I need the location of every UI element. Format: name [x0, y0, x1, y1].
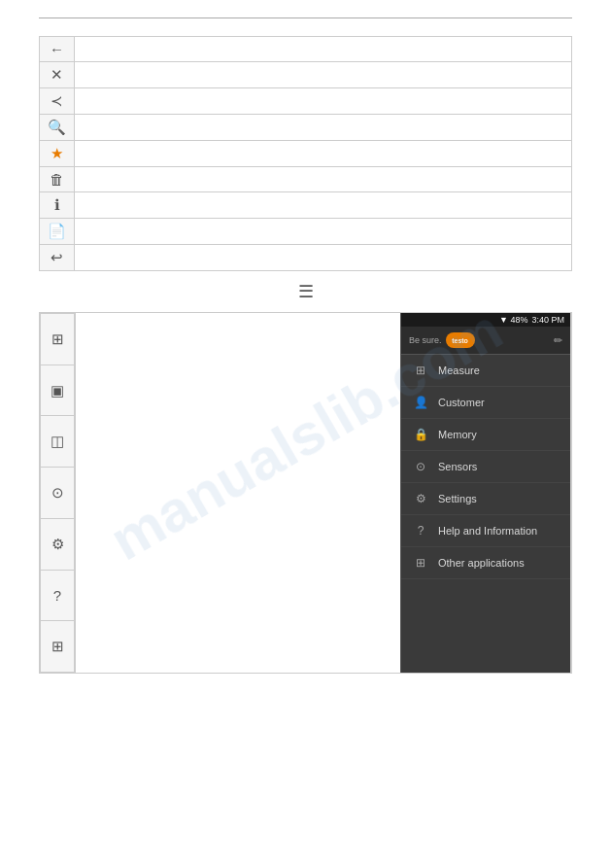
top-table-row: 📄	[40, 219, 572, 245]
phone-menu: ⊞ Measure 👤 Customer 🔒 Memory ⊙ Sensors …	[401, 355, 570, 579]
phone-menu-label-1: Customer	[438, 397, 485, 408]
phone-menu-icon-3: ⊙	[413, 460, 428, 473]
top-table-row: 🔍	[40, 115, 572, 141]
top-icon-0[interactable]: ←	[40, 37, 75, 62]
top-desc-2	[75, 88, 572, 115]
top-desc-1	[75, 62, 572, 88]
bottom-icon-row: ⊞	[41, 621, 75, 673]
top-icon-4[interactable]: ★	[40, 141, 75, 167]
top-icon-3[interactable]: 🔍	[40, 115, 75, 141]
phone-menu-item-4[interactable]: ⚙ Settings	[401, 483, 570, 515]
bottom-icon-row: ▣	[41, 365, 75, 416]
phone-menu-icon-2: 🔒	[413, 428, 428, 441]
top-table-row: ←	[40, 37, 572, 62]
phone-header: Be sure. testo ✏	[401, 327, 570, 355]
top-desc-7	[75, 219, 572, 245]
bottom-icon-2[interactable]: ◫	[41, 416, 75, 468]
bottom-icon-row: ⊙	[41, 468, 75, 519]
phone-menu-item-1[interactable]: 👤 Customer	[401, 387, 570, 419]
phone-menu-item-2[interactable]: 🔒 Memory	[401, 419, 570, 451]
edit-icon[interactable]: ✏	[554, 334, 562, 347]
bottom-icon-row: ?	[41, 570, 75, 621]
phone-menu-item-3[interactable]: ⊙ Sensors	[401, 451, 570, 483]
phone-mockup: ▼ 48% 3:40 PM Be sure. testo ✏ ⊞ Measure…	[400, 313, 570, 673]
bottom-content-area: ▼ 48% 3:40 PM Be sure. testo ✏ ⊞ Measure…	[75, 313, 571, 673]
top-icon-2[interactable]: ≺	[40, 88, 75, 115]
be-sure-text: Be sure.	[409, 335, 442, 345]
phone-menu-label-2: Memory	[438, 429, 477, 440]
phone-menu-icon-5: ?	[413, 524, 428, 538]
phone-menu-label-3: Sensors	[438, 461, 477, 472]
bottom-icon-table: ⊞▣◫⊙⚙?⊞	[40, 313, 75, 673]
top-desc-8	[75, 245, 572, 271]
top-desc-4	[75, 141, 572, 167]
top-icon-6[interactable]: ℹ	[40, 192, 75, 219]
top-desc-3	[75, 115, 572, 141]
phone-menu-label-6: Other applications	[438, 557, 525, 569]
bottom-icon-row: ⊞	[41, 314, 75, 365]
testo-logo: Be sure. testo	[409, 332, 475, 348]
top-table-row: ≺	[40, 88, 572, 115]
top-icon-7[interactable]: 📄	[40, 219, 75, 245]
signal-text: ▼ 48%	[499, 315, 527, 325]
bottom-icon-4[interactable]: ⚙	[41, 518, 75, 570]
top-desc-0	[75, 37, 572, 62]
testo-badge: testo	[446, 332, 475, 348]
top-table-row: ℹ	[40, 192, 572, 219]
top-icon-8[interactable]: ↩	[40, 245, 75, 271]
bottom-icon-0[interactable]: ⊞	[41, 314, 75, 365]
bottom-section: ⊞▣◫⊙⚙?⊞ ▼ 48% 3:40 PM Be sure. testo ✏	[39, 312, 572, 674]
bottom-icon-1[interactable]: ▣	[41, 365, 75, 416]
phone-menu-icon-4: ⚙	[413, 492, 428, 505]
bottom-icon-5[interactable]: ?	[41, 570, 75, 621]
top-rule	[39, 17, 572, 18]
phone-menu-item-0[interactable]: ⊞ Measure	[401, 355, 570, 387]
top-table-row: ✕	[40, 62, 572, 88]
top-desc-5	[75, 167, 572, 192]
bottom-icon-row: ◫	[41, 416, 75, 468]
bottom-icon-row: ⚙	[41, 518, 75, 570]
phone-menu-item-5[interactable]: ? Help and Information	[401, 515, 570, 547]
top-icon-5[interactable]: 🗑	[40, 167, 75, 192]
phone-status-bar: ▼ 48% 3:40 PM	[401, 313, 570, 327]
phone-menu-icon-0: ⊞	[413, 364, 428, 377]
hamburger-icon: ☰	[298, 282, 314, 301]
phone-menu-label-5: Help and Information	[438, 525, 537, 537]
phone-menu-label-0: Measure	[438, 365, 480, 376]
phone-menu-icon-6: ⊞	[413, 556, 428, 570]
phone-menu-item-6[interactable]: ⊞ Other applications	[401, 547, 570, 579]
top-desc-6	[75, 192, 572, 219]
top-table-row: ★	[40, 141, 572, 167]
hamburger-symbol: ☰	[0, 281, 611, 302]
bottom-icon-6[interactable]: ⊞	[41, 621, 75, 673]
top-table-row: ↩	[40, 245, 572, 271]
phone-menu-label-4: Settings	[438, 493, 477, 504]
bottom-icon-3[interactable]: ⊙	[41, 468, 75, 519]
phone-menu-icon-1: 👤	[413, 396, 428, 409]
time-text: 3:40 PM	[531, 315, 564, 325]
top-icon-1[interactable]: ✕	[40, 62, 75, 88]
top-icon-table: ← ✕ ≺ 🔍 ★ 🗑 ℹ 📄 ↩	[39, 36, 572, 271]
top-table-row: 🗑	[40, 167, 572, 192]
